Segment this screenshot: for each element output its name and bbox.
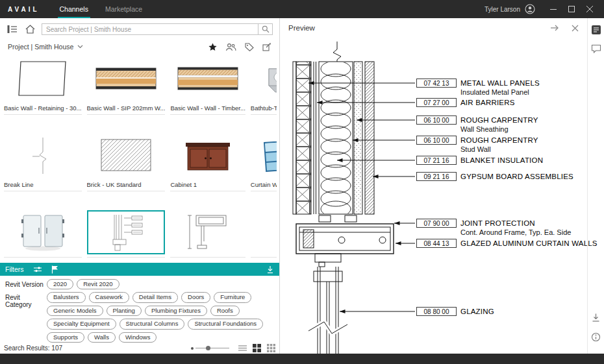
- slider-track[interactable]: [195, 348, 229, 348]
- filter-chip[interactable]: Windows: [119, 332, 157, 343]
- channel-list-icon[interactable]: [6, 24, 18, 34]
- preview-pane-icon[interactable]: [591, 25, 601, 35]
- filter-chip[interactable]: Revit 2020: [77, 279, 119, 289]
- maximize-button[interactable]: [562, 0, 581, 18]
- spec-code: 06 10 00: [416, 115, 457, 125]
- search-button[interactable]: [258, 24, 272, 34]
- grid-item[interactable]: Bathtub-TOTO-Nexus-FBF...: [249, 56, 277, 132]
- preview-title: Preview: [288, 24, 315, 32]
- collapse-filters-icon[interactable]: [266, 265, 274, 274]
- grid-item[interactable]: [249, 209, 277, 263]
- filter-group-label: Revit Version: [5, 279, 47, 288]
- filter-chip[interactable]: Planting: [107, 306, 142, 316]
- callout-rough-carpentry-sheathing: 06 10 00 ROUGH CARPENTRY Wall Sheathing: [416, 115, 538, 134]
- thumbnail-bathtub: [251, 57, 277, 101]
- grid-item[interactable]: Basic Wall - SIP 202mm W...: [86, 56, 167, 132]
- grid-item[interactable]: Cabinet 1: [169, 132, 246, 209]
- filter-chip[interactable]: Roofs: [210, 306, 240, 316]
- spec-code: 08 44 13: [416, 239, 457, 248]
- grid-item-selected[interactable]: [86, 209, 167, 263]
- favorite-icon[interactable]: [208, 43, 217, 51]
- filter-chip[interactable]: Casework: [89, 292, 129, 302]
- callout-title: ROUGH CARPENTRY: [460, 136, 538, 145]
- preview-side-toolbar: [587, 18, 604, 354]
- callout-subtitle: Insulated Metal Panel: [460, 88, 540, 97]
- chevron-down-icon[interactable]: [77, 45, 83, 49]
- grid-item[interactable]: Basic Wall - Retaining - 30...: [3, 56, 83, 132]
- filters-bar: Filters: [0, 263, 279, 276]
- slider-min-dot: [191, 347, 194, 350]
- users-icon[interactable]: [225, 43, 236, 51]
- spec-code: 07 27 00: [416, 98, 457, 107]
- filter-chip[interactable]: Detail Items: [132, 292, 178, 302]
- search-input[interactable]: [42, 24, 258, 34]
- tab-marketplace[interactable]: Marketplace: [97, 0, 151, 18]
- grid-item-label: Cabinet 1: [170, 181, 245, 188]
- slider-handle[interactable]: [206, 346, 210, 350]
- search-bar: [42, 23, 273, 35]
- filter-chip[interactable]: Structural Foundations: [188, 319, 263, 329]
- thumbnail-size-slider[interactable]: [191, 347, 229, 350]
- filter-chip[interactable]: Balusters: [47, 292, 86, 302]
- thumbnail-break-line: [4, 134, 82, 178]
- sliders-icon[interactable]: [33, 265, 42, 273]
- thumbnail-brick: [87, 134, 166, 178]
- filter-chip[interactable]: Supports: [47, 332, 84, 343]
- open-external-icon[interactable]: [550, 24, 560, 32]
- tab-channels[interactable]: Channels: [51, 0, 97, 18]
- filter-chip[interactable]: Walls: [88, 332, 116, 343]
- filter-chip-list: BalustersCaseworkDetail ItemsDoorsFurnit…: [47, 292, 274, 343]
- callout-title: GLAZING: [460, 307, 494, 316]
- grid-item-label: Basic Wall - Retaining - 30...: [4, 104, 82, 112]
- app-logo: AVAIL: [8, 6, 40, 13]
- callout-air-barriers: 07 27 00 AIR BARRIERS: [416, 98, 515, 107]
- close-preview-icon[interactable]: [572, 25, 579, 32]
- titlebar: AVAIL Channels Marketplace Tyler Larson: [0, 0, 604, 18]
- filter-group-label: Revit Category: [5, 292, 47, 308]
- callout-blanket-insulation: 07 21 16 BLANKET INSULATION: [416, 156, 543, 165]
- filter-chip-list: 2020Revit 2020: [47, 279, 274, 289]
- user-menu[interactable]: Tyler Larson: [484, 4, 535, 14]
- preview-panel: Preview: [279, 18, 604, 354]
- grid-view-icon[interactable]: [253, 344, 261, 352]
- filter-chip[interactable]: Generic Models: [47, 306, 103, 316]
- close-button[interactable]: [581, 0, 599, 18]
- asset-grid: Basic Wall - Retaining - 30... Basic Wal…: [3, 56, 277, 263]
- list-view-icon[interactable]: [238, 344, 247, 352]
- home-icon[interactable]: [24, 24, 36, 34]
- filter-chip[interactable]: 2020: [47, 279, 73, 289]
- library-panel: Project | Smith House: [0, 18, 279, 354]
- grid-item[interactable]: [3, 209, 83, 263]
- filter-chip[interactable]: Structural Columns: [120, 319, 185, 329]
- bottom-bar: [0, 354, 604, 364]
- comments-icon[interactable]: [591, 44, 601, 54]
- minimize-button[interactable]: [544, 0, 562, 18]
- edit-icon[interactable]: [262, 43, 271, 51]
- spec-code: 07 90 00: [416, 219, 457, 228]
- large-grid-view-icon[interactable]: [267, 344, 275, 352]
- grid-item[interactable]: Basic Wall - Wall - Timber...: [169, 56, 246, 132]
- grid-item[interactable]: [169, 209, 246, 263]
- flag-icon[interactable]: [51, 265, 58, 274]
- tag-icon[interactable]: [245, 43, 254, 51]
- filter-chip[interactable]: Doors: [181, 292, 210, 302]
- callout-joint-protection: 07 90 00 JOINT PROTECTION Cont. Around F…: [416, 219, 571, 237]
- download-icon[interactable]: [591, 313, 601, 322]
- thumbnail-cabinet: [170, 134, 245, 178]
- thumbnail-basic-wall-sip: [87, 57, 166, 101]
- thumbnail-glass-doors: [4, 210, 82, 254]
- grid-item[interactable]: Break Line: [3, 132, 83, 209]
- preview-header: Preview: [280, 18, 587, 38]
- project-title[interactable]: Project | Smith House: [8, 43, 73, 51]
- filter-chip[interactable]: Specialty Equipment: [47, 319, 116, 329]
- grid-item[interactable]: Curtain Wall - SH_Curtain...: [249, 132, 277, 209]
- info-icon[interactable]: [591, 332, 601, 342]
- callout-title: GYPSUM BOARD ASSEMBLIES: [460, 172, 573, 181]
- preview-content: 07 42 13 METAL WALL PANELS Insulated Met…: [280, 38, 587, 354]
- spec-code: 09 21 16: [416, 172, 457, 181]
- filters-panel: Filters Revit Version 2020Revit 2020: [0, 263, 279, 343]
- filter-chip[interactable]: Plumbing Fixtures: [145, 306, 207, 316]
- callout-subtitle: Stud Wall: [460, 145, 538, 154]
- filter-chip[interactable]: Furniture: [214, 292, 251, 302]
- grid-item[interactable]: Brick - UK Standard: [86, 132, 167, 209]
